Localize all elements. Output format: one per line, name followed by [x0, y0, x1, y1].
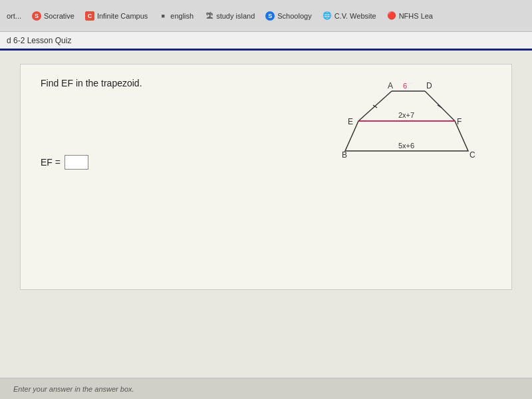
canvas-label: Infinite Campus — [97, 12, 148, 20]
label-F: F — [457, 117, 462, 126]
label-top-value: 6 — [403, 82, 407, 90]
label-A: A — [388, 81, 393, 90]
cv-icon: 🌐 — [323, 11, 332, 21]
schoology-label: Schoology — [277, 12, 311, 20]
nfhs-label: NFHS Lea — [399, 12, 433, 20]
studyisland-label: study island — [216, 12, 255, 20]
quiz-card: Find EF in the trapezoid. — [20, 64, 512, 290]
breadcrumb-text: d 6-2 Lesson Quiz — [7, 36, 71, 45]
label-ef-value: 2x+7 — [398, 111, 414, 119]
port-label: ort... — [7, 12, 21, 20]
tab-nfhs[interactable]: 🔴 NFHS Lea — [383, 10, 437, 22]
trapezoid-svg: A D E F B C 6 2x+7 5x+6 — [338, 78, 478, 164]
tab-english[interactable]: ■ english — [154, 10, 198, 22]
label-bc-value: 5x+6 — [398, 142, 414, 150]
tab-bar: ort... S Socrative C Infinite Campus ■ e… — [0, 0, 532, 32]
label-D: D — [426, 81, 432, 90]
cvwebsite-label: C.V. Website — [334, 12, 376, 20]
tab-port[interactable]: ort... — [3, 11, 25, 21]
label-E: E — [348, 117, 353, 126]
english-label: english — [170, 12, 194, 20]
tab-studyisland[interactable]: 🏝 study island — [200, 10, 259, 22]
hint-bar: Enter your answer in the answer box. — [0, 378, 532, 399]
socrative-label: Socrative — [44, 12, 74, 20]
studyisland-icon: 🏝 — [204, 11, 213, 21]
main-content: Find EF in the trapezoid. — [0, 51, 532, 399]
answer-label: EF = — [41, 157, 61, 168]
tab-cvwebsite[interactable]: 🌐 C.V. Website — [319, 10, 380, 22]
answer-input[interactable] — [65, 155, 88, 170]
hint-text: Enter your answer in the answer box. — [13, 385, 134, 393]
label-B: B — [342, 150, 347, 160]
tab-socrative[interactable]: S Socrative — [28, 10, 78, 22]
socrative-icon: S — [32, 11, 41, 21]
nfhs-icon: 🔴 — [387, 11, 396, 21]
canvas-icon: C — [85, 11, 94, 21]
label-C: C — [469, 150, 475, 160]
trapezoid-diagram: A D E F B C 6 2x+7 5x+6 — [338, 78, 471, 158]
tab-schoology[interactable]: S Schoology — [261, 10, 315, 22]
tab-canvas[interactable]: C Infinite Campus — [81, 10, 152, 22]
schoology-icon: S — [265, 11, 275, 21]
english-icon: ■ — [158, 11, 168, 21]
breadcrumb-bar: d 6-2 Lesson Quiz — [0, 32, 532, 51]
